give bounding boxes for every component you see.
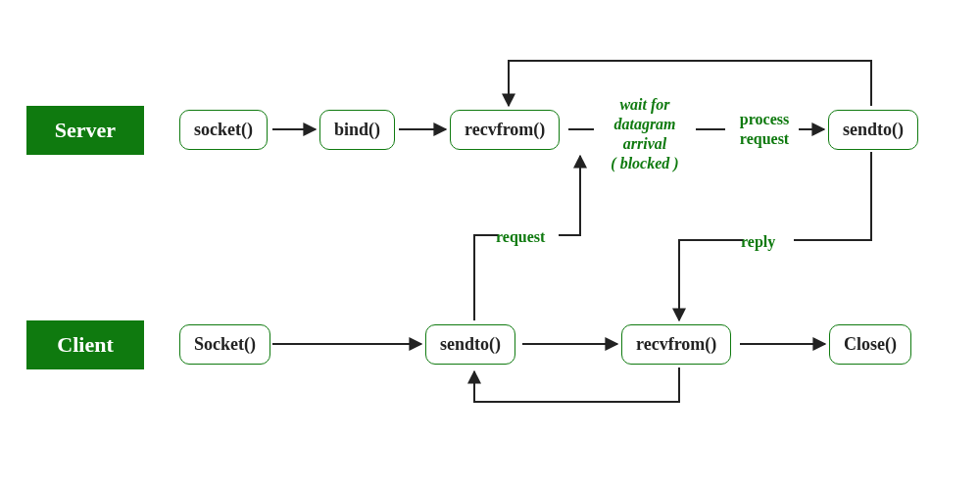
- connectors: [0, 0, 980, 490]
- diagram-canvas: Server Client socket() bind() recvfrom()…: [0, 0, 980, 490]
